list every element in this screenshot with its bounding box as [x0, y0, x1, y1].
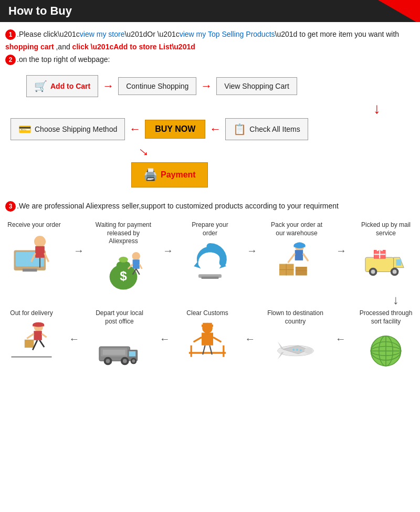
continue-shopping-label: Continue Shopping	[126, 82, 188, 90]
link-shopping-cart[interactable]: shopping cart	[5, 43, 54, 51]
section2-text: .on the top right of webpage:	[17, 55, 110, 64]
pickup-label: Picked up by mail service	[357, 221, 415, 237]
section3: 3.We are professional Aliexpress seller,…	[0, 193, 420, 216]
svg-point-37	[371, 270, 375, 274]
svg-rect-22	[295, 250, 303, 260]
svg-point-11	[119, 257, 128, 263]
page-header: How to Buy	[0, 0, 420, 22]
checklist-icon: 📋	[233, 123, 246, 135]
svg-line-31	[303, 254, 308, 261]
receive-label: Receive your order	[7, 221, 60, 229]
svg-point-56	[299, 349, 301, 351]
flow-row3: 🖨️ Payment	[10, 162, 410, 187]
arrow-h5: ←	[69, 309, 79, 345]
cart-icon: 🛒	[34, 80, 47, 92]
svg-point-58	[292, 349, 295, 351]
svg-rect-3	[35, 246, 45, 258]
process-item-fly: Flown to destination country	[267, 309, 324, 370]
flow-row1: 🛒 Add to Cart → Continue Shopping → View…	[10, 75, 410, 97]
section1-text3: \u201d to get more item you want with	[275, 30, 400, 38]
svg-line-88	[42, 333, 47, 337]
process-item-depart: Depart your local post office	[91, 309, 149, 370]
payment-wait-label: Waiting for payment released by Aliexpre…	[94, 221, 152, 246]
svg-line-90	[39, 340, 44, 347]
sort-icon	[363, 328, 409, 370]
process-item-sort: Processed through sort facility	[357, 309, 415, 370]
payment-label: Payment	[161, 170, 196, 180]
continue-shopping-btn[interactable]: Continue Shopping	[118, 77, 196, 95]
delivery-icon	[8, 320, 55, 362]
arrow4: ←	[209, 122, 221, 136]
svg-point-81	[132, 360, 135, 363]
pack-icon	[274, 240, 320, 282]
svg-point-79	[122, 359, 127, 363]
link-top-selling[interactable]: view my Top Selling Products	[180, 30, 275, 38]
arrow1: →	[102, 79, 114, 93]
process-flow: Receive your order → Waiting for payment…	[0, 216, 420, 375]
process-item-receive: Receive your order	[5, 221, 63, 274]
choose-shipping-label: Choose Shipping Method	[35, 125, 117, 133]
arrow-h8: ←	[335, 309, 346, 345]
process-item-pickup: Picked up by mail service	[357, 221, 415, 282]
process-down-arrow: ↓	[5, 292, 415, 307]
choose-shipping-btn[interactable]: 💳 Choose Shipping Method	[10, 118, 125, 140]
svg-line-67	[213, 337, 221, 342]
printer-icon: 🖨️	[143, 168, 158, 182]
svg-point-53	[304, 348, 312, 354]
add-to-cart-btn[interactable]: 🛒 Add to Cart	[26, 75, 98, 97]
arrow-h2: →	[163, 221, 173, 257]
svg-point-13	[132, 252, 140, 260]
depart-icon	[97, 328, 143, 370]
credit-card-icon: 💳	[18, 123, 32, 135]
step2-circle: 2	[5, 55, 16, 65]
check-all-items-btn[interactable]: 📋 Check All Items	[225, 118, 308, 140]
sort-label: Processed through sort facility	[357, 309, 415, 326]
svg-line-30	[288, 254, 295, 263]
fly-icon	[272, 328, 319, 370]
svg-rect-73	[129, 351, 135, 357]
process-item-prepare: Prepare your order	[184, 221, 236, 282]
buy-now-btn[interactable]: BUY NOW	[145, 120, 205, 139]
svg-line-87	[27, 333, 34, 338]
prepare-label: Prepare your order	[184, 221, 236, 237]
section1-text2: \u201dOr \u201c	[124, 30, 179, 38]
arrow2: →	[201, 79, 212, 93]
svg-point-2	[34, 236, 46, 247]
add-to-cart-label: Add to Cart	[50, 82, 90, 90]
link-view-store[interactable]: view my store	[80, 30, 125, 38]
flow-row2: 💳 Choose Shipping Method ← BUY NOW ← 📋 C…	[10, 118, 410, 140]
svg-rect-62	[202, 332, 213, 345]
process-item-customs: Clear Customs	[181, 309, 234, 362]
arrow-h3: →	[247, 221, 257, 257]
svg-line-66	[194, 337, 202, 342]
arrow3: ←	[129, 122, 141, 136]
svg-rect-75	[102, 350, 125, 355]
svg-point-23	[294, 243, 306, 248]
section1-text4: ,and	[54, 43, 72, 51]
view-cart-label: View Shopping Cart	[224, 82, 289, 90]
page-title: How to Buy	[8, 4, 72, 18]
buy-now-label: BUY NOW	[155, 124, 195, 134]
arrow-h7: ←	[245, 309, 255, 345]
check-all-items-label: Check All Items	[249, 125, 300, 133]
arrow-h1: →	[74, 221, 84, 257]
arrow-h6: ←	[160, 309, 170, 345]
section3-text: .We are professional Aliexpress seller,s…	[17, 202, 339, 210]
section1: 1.Please click\u201cview my store\u201dO…	[0, 22, 420, 70]
arrow-h4: →	[336, 221, 346, 257]
svg-rect-61	[203, 322, 212, 326]
svg-rect-84	[33, 325, 44, 326]
link-add-store[interactable]: click \u201cAdd to store List\u201d	[72, 43, 195, 51]
payment-btn[interactable]: 🖨️ Payment	[131, 162, 208, 187]
pickup-icon	[363, 240, 409, 282]
svg-point-57	[296, 349, 298, 351]
step3-circle: 3	[5, 201, 16, 212]
step1-circle: 1	[5, 29, 16, 40]
delivery-label: Out for delivery	[10, 309, 52, 318]
depart-label: Depart your local post office	[91, 309, 149, 326]
payment-wait-icon: $	[100, 248, 146, 290]
svg-point-39	[393, 270, 397, 274]
fly-label: Flown to destination country	[267, 309, 324, 326]
process-item-delivery: Out for delivery	[5, 309, 58, 362]
view-cart-btn[interactable]: View Shopping Cart	[216, 77, 297, 95]
